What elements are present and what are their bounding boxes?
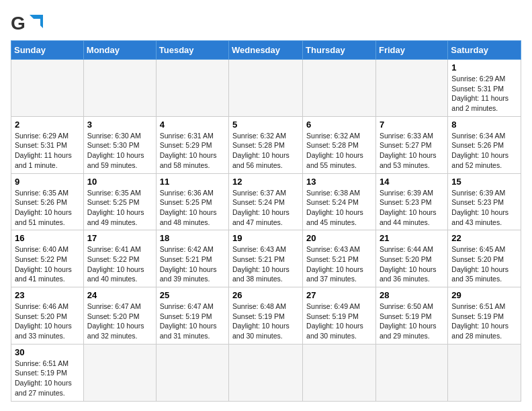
calendar-cell: 11Sunrise: 6:36 AM Sunset: 5:25 PM Dayli…	[156, 173, 228, 230]
calendar-cell: 15Sunrise: 6:39 AM Sunset: 5:23 PM Dayli…	[448, 173, 521, 230]
day-number: 5	[232, 120, 299, 130]
day-number: 20	[306, 233, 372, 243]
calendar-cell: 3Sunrise: 6:30 AM Sunset: 5:30 PM Daylig…	[83, 116, 156, 173]
column-header-friday: Friday	[375, 41, 447, 60]
calendar-cell	[375, 60, 447, 117]
day-number: 25	[160, 290, 225, 300]
day-number: 15	[451, 177, 517, 187]
day-number: 14	[380, 177, 444, 187]
day-number: 18	[160, 233, 225, 243]
calendar-cell: 17Sunrise: 6:41 AM Sunset: 5:22 PM Dayli…	[83, 230, 156, 287]
logo: G	[11, 11, 46, 34]
week-row-6: 30Sunrise: 6:51 AM Sunset: 5:19 PM Dayli…	[11, 344, 521, 401]
day-number: 2	[15, 120, 80, 130]
calendar-cell	[229, 60, 303, 117]
calendar-table: SundayMondayTuesdayWednesdayThursdayFrid…	[11, 40, 521, 402]
svg-marker-2	[30, 19, 40, 28]
day-number: 8	[451, 120, 517, 130]
day-number: 21	[380, 233, 444, 243]
day-info: Sunrise: 6:36 AM Sunset: 5:25 PM Dayligh…	[160, 188, 225, 228]
calendar-cell	[83, 344, 156, 401]
calendar-cell: 10Sunrise: 6:35 AM Sunset: 5:25 PM Dayli…	[83, 173, 156, 230]
calendar-cell: 27Sunrise: 6:49 AM Sunset: 5:19 PM Dayli…	[303, 287, 376, 345]
day-info: Sunrise: 6:45 AM Sunset: 5:20 PM Dayligh…	[451, 244, 517, 284]
calendar-cell: 8Sunrise: 6:34 AM Sunset: 5:26 PM Daylig…	[448, 116, 521, 173]
calendar-cell: 18Sunrise: 6:42 AM Sunset: 5:21 PM Dayli…	[156, 230, 228, 287]
calendar-cell: 12Sunrise: 6:37 AM Sunset: 5:24 PM Dayli…	[229, 173, 303, 230]
day-number: 13	[306, 177, 372, 187]
day-number: 4	[160, 120, 225, 130]
day-info: Sunrise: 6:29 AM Sunset: 5:31 PM Dayligh…	[15, 131, 80, 171]
week-row-1: 1Sunrise: 6:29 AM Sunset: 5:31 PM Daylig…	[11, 60, 521, 117]
day-info: Sunrise: 6:51 AM Sunset: 5:19 PM Dayligh…	[451, 302, 517, 341]
day-number: 29	[451, 290, 517, 300]
day-info: Sunrise: 6:39 AM Sunset: 5:23 PM Dayligh…	[451, 188, 517, 228]
week-row-3: 9Sunrise: 6:35 AM Sunset: 5:26 PM Daylig…	[11, 173, 521, 230]
day-number: 24	[87, 290, 152, 300]
day-info: Sunrise: 6:32 AM Sunset: 5:28 PM Dayligh…	[232, 131, 299, 171]
day-info: Sunrise: 6:32 AM Sunset: 5:28 PM Dayligh…	[306, 131, 372, 171]
calendar-cell	[303, 60, 376, 117]
day-info: Sunrise: 6:37 AM Sunset: 5:24 PM Dayligh…	[232, 188, 299, 228]
day-info: Sunrise: 6:48 AM Sunset: 5:19 PM Dayligh…	[232, 302, 299, 341]
day-number: 19	[232, 233, 299, 243]
calendar-cell	[156, 60, 228, 117]
week-row-4: 16Sunrise: 6:40 AM Sunset: 5:22 PM Dayli…	[11, 230, 521, 287]
page-header: G	[11, 11, 521, 34]
day-info: Sunrise: 6:44 AM Sunset: 5:20 PM Dayligh…	[380, 244, 444, 284]
day-info: Sunrise: 6:43 AM Sunset: 5:21 PM Dayligh…	[232, 244, 299, 284]
calendar-cell	[83, 60, 156, 117]
calendar-cell: 9Sunrise: 6:35 AM Sunset: 5:26 PM Daylig…	[11, 173, 84, 230]
day-number: 30	[15, 347, 80, 357]
day-info: Sunrise: 6:42 AM Sunset: 5:21 PM Dayligh…	[160, 244, 225, 284]
calendar-cell: 6Sunrise: 6:32 AM Sunset: 5:28 PM Daylig…	[303, 116, 376, 173]
day-number: 7	[380, 120, 444, 130]
day-info: Sunrise: 6:39 AM Sunset: 5:23 PM Dayligh…	[380, 188, 444, 228]
column-header-thursday: Thursday	[303, 41, 376, 60]
day-info: Sunrise: 6:35 AM Sunset: 5:26 PM Dayligh…	[15, 188, 80, 228]
calendar-cell: 29Sunrise: 6:51 AM Sunset: 5:19 PM Dayli…	[448, 287, 521, 345]
day-info: Sunrise: 6:46 AM Sunset: 5:20 PM Dayligh…	[15, 302, 80, 341]
day-info: Sunrise: 6:35 AM Sunset: 5:25 PM Dayligh…	[87, 188, 152, 228]
calendar-cell: 4Sunrise: 6:31 AM Sunset: 5:29 PM Daylig…	[156, 116, 228, 173]
calendar-cell: 13Sunrise: 6:38 AM Sunset: 5:24 PM Dayli…	[303, 173, 376, 230]
day-info: Sunrise: 6:43 AM Sunset: 5:21 PM Dayligh…	[306, 244, 372, 284]
calendar-cell: 24Sunrise: 6:47 AM Sunset: 5:20 PM Dayli…	[83, 287, 156, 345]
day-info: Sunrise: 6:31 AM Sunset: 5:29 PM Dayligh…	[160, 131, 225, 171]
day-info: Sunrise: 6:33 AM Sunset: 5:27 PM Dayligh…	[380, 131, 444, 171]
day-info: Sunrise: 6:49 AM Sunset: 5:19 PM Dayligh…	[306, 302, 372, 341]
day-number: 11	[160, 177, 225, 187]
column-header-monday: Monday	[83, 41, 156, 60]
calendar-cell: 16Sunrise: 6:40 AM Sunset: 5:22 PM Dayli…	[11, 230, 84, 287]
column-header-sunday: Sunday	[11, 41, 84, 60]
calendar-cell: 28Sunrise: 6:50 AM Sunset: 5:19 PM Dayli…	[375, 287, 447, 345]
day-info: Sunrise: 6:51 AM Sunset: 5:19 PM Dayligh…	[15, 359, 80, 398]
day-number: 22	[451, 233, 517, 243]
calendar-cell: 25Sunrise: 6:47 AM Sunset: 5:19 PM Dayli…	[156, 287, 228, 345]
day-info: Sunrise: 6:41 AM Sunset: 5:22 PM Dayligh…	[87, 244, 152, 284]
day-info: Sunrise: 6:34 AM Sunset: 5:26 PM Dayligh…	[451, 131, 517, 171]
calendar-cell: 19Sunrise: 6:43 AM Sunset: 5:21 PM Dayli…	[229, 230, 303, 287]
calendar-cell: 26Sunrise: 6:48 AM Sunset: 5:19 PM Dayli…	[229, 287, 303, 345]
day-number: 27	[306, 290, 372, 300]
day-info: Sunrise: 6:47 AM Sunset: 5:19 PM Dayligh…	[160, 302, 225, 341]
calendar-cell	[156, 344, 228, 401]
day-number: 6	[306, 120, 372, 130]
svg-text:G: G	[11, 13, 26, 34]
day-number: 10	[87, 177, 152, 187]
day-number: 12	[232, 177, 299, 187]
day-header-row: SundayMondayTuesdayWednesdayThursdayFrid…	[11, 41, 521, 60]
calendar-cell	[448, 344, 521, 401]
day-number: 1	[451, 62, 517, 73]
column-header-saturday: Saturday	[448, 41, 521, 60]
calendar-cell: 14Sunrise: 6:39 AM Sunset: 5:23 PM Dayli…	[375, 173, 447, 230]
calendar-cell	[303, 344, 376, 401]
day-info: Sunrise: 6:47 AM Sunset: 5:20 PM Dayligh…	[87, 302, 152, 341]
calendar-cell: 22Sunrise: 6:45 AM Sunset: 5:20 PM Dayli…	[448, 230, 521, 287]
calendar-cell	[375, 344, 447, 401]
calendar-cell: 1Sunrise: 6:29 AM Sunset: 5:31 PM Daylig…	[448, 60, 521, 117]
calendar-cell: 7Sunrise: 6:33 AM Sunset: 5:27 PM Daylig…	[375, 116, 447, 173]
day-info: Sunrise: 6:30 AM Sunset: 5:30 PM Dayligh…	[87, 131, 152, 171]
day-info: Sunrise: 6:29 AM Sunset: 5:31 PM Dayligh…	[451, 74, 517, 113]
calendar-cell	[11, 60, 84, 117]
